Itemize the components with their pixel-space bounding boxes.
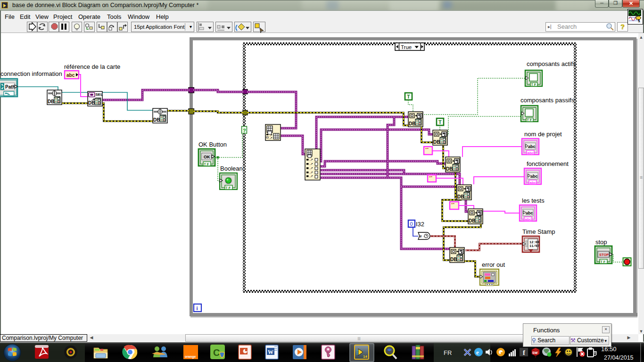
- svg-text:OK Button: OK Button: [198, 141, 227, 148]
- svg-text:?: ?: [243, 128, 246, 133]
- svg-text:f: f: [523, 349, 525, 356]
- svg-text:C: C: [213, 347, 220, 358]
- svg-text:W: W: [268, 349, 273, 355]
- svg-text:abc: abc: [66, 73, 75, 78]
- svg-text:.↗: .↗: [309, 162, 313, 165]
- svg-text:27/04/2015: 27/04/2015: [604, 354, 634, 361]
- svg-text:Path: Path: [5, 84, 16, 90]
- svg-text:True: True: [401, 44, 412, 50]
- svg-text:Boolean: Boolean: [220, 165, 243, 172]
- svg-text:OK: OK: [204, 155, 210, 159]
- svg-text:FR: FR: [444, 349, 452, 356]
- svg-text:.↗: .↗: [309, 174, 313, 178]
- svg-text:.↗: .↗: [309, 171, 313, 174]
- svg-text:“”: “”: [451, 203, 454, 206]
- svg-text:les tests: les tests: [522, 197, 545, 204]
- svg-text:SEL: SEL: [96, 92, 103, 97]
- svg-text:orange: orange: [185, 355, 196, 359]
- svg-text:.↗: .↗: [269, 136, 272, 140]
- svg-text:0: 0: [410, 221, 413, 227]
- svg-text:Time Stamp: Time Stamp: [522, 228, 555, 235]
- svg-text:T F: T F: [226, 186, 231, 189]
- svg-text:SW: SW: [532, 351, 538, 354]
- svg-text:i: i: [197, 305, 198, 311]
- svg-text:.↗: .↗: [309, 158, 313, 161]
- svg-text:.↗: .↗: [309, 166, 313, 170]
- svg-text:e: e: [476, 349, 479, 356]
- svg-text:T: T: [438, 119, 442, 125]
- svg-text:nom de projet: nom de projet: [524, 131, 562, 138]
- svg-text:référence de la carte: référence de la carte: [64, 63, 120, 70]
- svg-text:“”: “”: [429, 176, 432, 179]
- svg-text:stop: stop: [595, 239, 607, 246]
- svg-text:DB: DB: [88, 100, 95, 106]
- svg-text:error out: error out: [482, 261, 505, 268]
- svg-text:14: 14: [363, 354, 367, 359]
- svg-text:“”: “”: [425, 148, 429, 151]
- svg-text:T F: T F: [601, 260, 606, 263]
- svg-text:STOP: STOP: [599, 253, 609, 257]
- svg-text:I32: I32: [416, 221, 424, 228]
- svg-text:composants actifs: composants actifs: [527, 60, 576, 67]
- svg-text:fonctionnement: fonctionnement: [527, 160, 569, 167]
- svg-text:12:00: 12:00: [529, 240, 539, 244]
- svg-text:11/07: 11/07: [529, 244, 539, 248]
- svg-text:connection information: connection information: [0, 70, 62, 77]
- svg-text:T: T: [407, 94, 410, 99]
- svg-text:composants passifs: composants passifs: [520, 97, 575, 104]
- svg-text:T F: T F: [204, 163, 209, 166]
